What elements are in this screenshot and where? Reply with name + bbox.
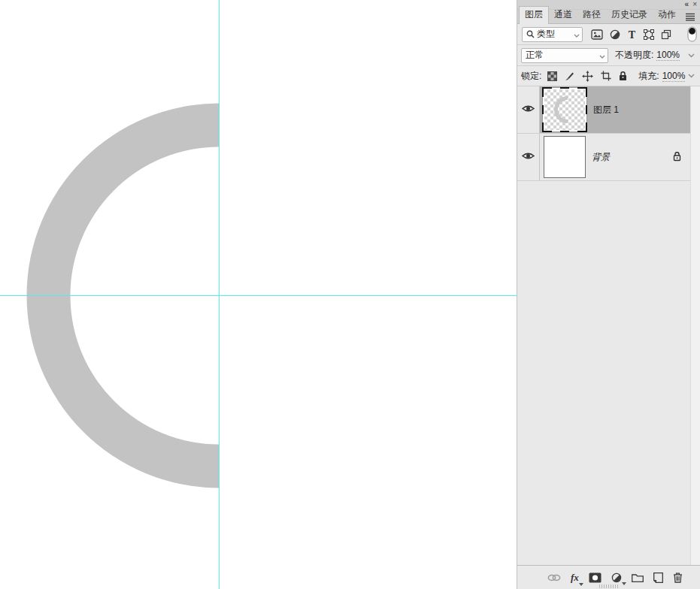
new-adjustment-layer-icon[interactable] (611, 572, 622, 583)
tab-history[interactable]: 历史记录 (606, 7, 653, 23)
layer-style-fx-icon[interactable]: fx (571, 572, 579, 584)
panel-tab-bar: 图层 通道 路径 历史记录 动作 (517, 10, 700, 24)
lock-label: 锁定: (521, 70, 541, 83)
half-ring-shape (0, 0, 517, 589)
blend-mode-dropdown[interactable]: 正常 (521, 48, 608, 63)
search-icon (526, 30, 535, 38)
layers-scrollbar[interactable] (690, 86, 700, 565)
fill-chevron-icon[interactable] (688, 74, 695, 78)
layers-list: 图层 1 背景 (517, 86, 700, 565)
delete-layer-icon[interactable] (673, 572, 683, 583)
tab-channels[interactable]: 通道 (549, 7, 577, 23)
chevron-down-icon (599, 50, 605, 61)
layer-row-background[interactable]: 背景 (517, 134, 690, 181)
background-thumbnail[interactable] (544, 136, 586, 178)
tab-layers[interactable]: 图层 (519, 6, 549, 24)
panel-menu-icon[interactable] (685, 13, 695, 21)
vertical-guide[interactable] (219, 0, 220, 589)
layer1-name[interactable]: 图层 1 (593, 104, 619, 116)
shape-layer-filter-icon[interactable] (644, 29, 654, 40)
layer1-thumbnail[interactable] (542, 87, 587, 132)
background-name[interactable]: 背景 (592, 151, 610, 164)
chevron-down-icon (574, 29, 580, 40)
caret-down-icon (622, 582, 626, 585)
layers-panel: « × 图层 通道 路径 历史记录 动作 类型 (517, 0, 700, 589)
panel-resize-grip[interactable] (599, 584, 619, 588)
tab-paths[interactable]: 路径 (577, 7, 606, 23)
lock-all-icon[interactable] (619, 71, 627, 81)
close-panel-icon[interactable]: × (692, 1, 697, 8)
collapse-panel-icon[interactable]: « (685, 1, 689, 8)
type-layer-filter-icon[interactable]: T (627, 29, 637, 39)
lock-artboard-icon[interactable] (601, 71, 611, 81)
lock-image-pixels-icon[interactable] (565, 71, 574, 81)
thumbnail-selection-brackets (542, 87, 587, 132)
eye-icon[interactable] (522, 104, 535, 115)
horizontal-guide[interactable] (0, 295, 517, 296)
new-group-icon[interactable] (632, 572, 644, 582)
layer-row-layer1[interactable]: 图层 1 (517, 86, 690, 134)
fill-value[interactable]: 100% (662, 71, 686, 82)
document-canvas[interactable] (0, 0, 517, 589)
blend-mode-row: 正常 不透明度: 100% (517, 45, 700, 66)
blend-mode-value: 正常 (526, 49, 597, 62)
smart-object-filter-icon[interactable] (661, 29, 671, 40)
background-lock-icon[interactable] (673, 151, 681, 164)
photoshop-window: « × 图层 通道 路径 历史记录 动作 类型 (0, 0, 700, 589)
visibility-cell[interactable] (517, 86, 540, 133)
opacity-value[interactable]: 100% (656, 50, 680, 61)
pixel-layer-filter-icon[interactable] (591, 29, 603, 40)
tab-actions[interactable]: 动作 (653, 7, 681, 23)
add-layer-mask-icon[interactable] (589, 572, 602, 583)
opacity-chevron-icon[interactable] (688, 53, 695, 58)
adjustment-layer-filter-icon[interactable] (610, 29, 620, 40)
link-layers-icon[interactable] (547, 574, 561, 581)
new-layer-icon[interactable] (653, 572, 663, 583)
lock-position-icon[interactable] (582, 71, 593, 82)
opacity-label: 不透明度: (615, 49, 653, 62)
lock-transparent-pixels-icon[interactable] (547, 71, 557, 81)
filter-kind-dropdown[interactable]: 类型 (522, 27, 583, 42)
layers-panel-footer: fx (517, 565, 700, 589)
lock-row: 锁定: (517, 66, 700, 86)
layer-filter-toggle[interactable] (687, 26, 697, 42)
eye-icon[interactable] (522, 152, 535, 162)
layer-filter-row: 类型 T (517, 24, 700, 45)
svg-text:T: T (629, 29, 636, 39)
layer1-row-body[interactable]: 图层 1 (540, 86, 690, 133)
filter-kind-value: 类型 (537, 28, 571, 41)
visibility-cell[interactable] (517, 134, 540, 180)
fx-label: fx (571, 572, 579, 584)
caret-down-icon (579, 583, 583, 586)
fill-label: 填充: (638, 70, 659, 83)
background-row-body[interactable]: 背景 (540, 134, 690, 180)
